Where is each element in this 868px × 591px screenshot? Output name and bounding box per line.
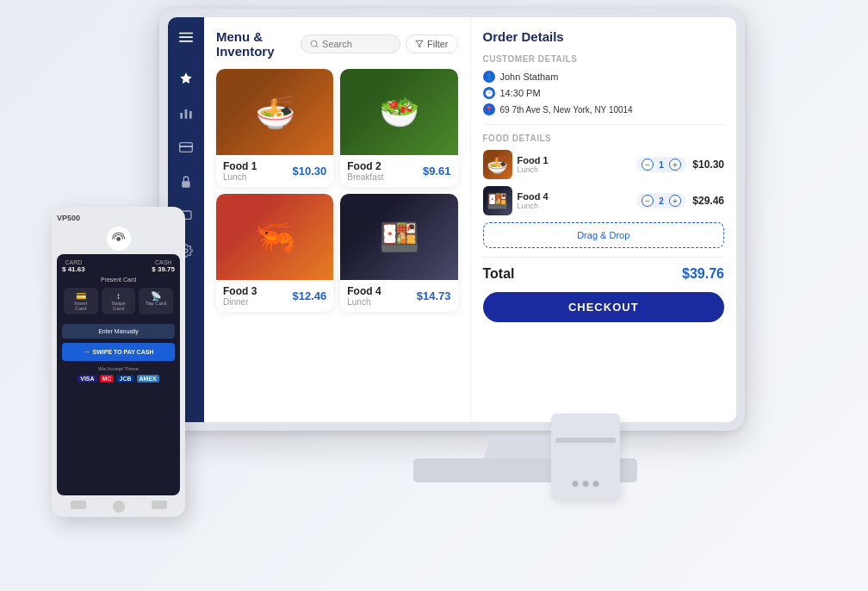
- food-category-1: Lunch: [223, 172, 257, 182]
- food-card-1[interactable]: 🍜 Food 1 Lunch $10.30: [216, 69, 333, 187]
- total-value: $39.76: [682, 266, 724, 282]
- enter-manually-button[interactable]: Enter Manually: [62, 324, 175, 339]
- food-card-2[interactable]: 🥗 Food 2 Breakfast $9.61: [340, 69, 457, 187]
- pos-cash-label: CASH: [152, 259, 175, 265]
- pos-insert-card[interactable]: 💳 Insert Card: [64, 288, 98, 314]
- qty-decrease-1[interactable]: −: [642, 159, 654, 171]
- pos-tap-card[interactable]: 📡 Tap Card: [139, 288, 173, 314]
- customer-location-icon: 📍: [483, 103, 495, 115]
- food-image-1: 🍜: [216, 69, 333, 155]
- customer-details-label: Customer Details: [483, 54, 725, 64]
- sidebar-hamburger-icon[interactable]: [177, 28, 195, 47]
- content-area: Menu & Inventory Filter: [204, 17, 736, 422]
- qty-value-2: 2: [656, 196, 666, 206]
- pos-nav-home[interactable]: [113, 501, 125, 513]
- svg-marker-11: [416, 40, 423, 47]
- svg-rect-1: [179, 36, 193, 38]
- monitor-screen-inner: Menu & Inventory Filter: [168, 17, 736, 422]
- jcb-logo: JCB: [116, 375, 133, 383]
- tap-card-label: Tap Card: [144, 301, 168, 306]
- drag-drop-area[interactable]: Drag & Drop: [483, 222, 725, 248]
- svg-rect-5: [189, 111, 192, 119]
- sidebar-card-icon[interactable]: [177, 138, 195, 157]
- order-item-cat-1: Lunch: [518, 165, 632, 174]
- svg-rect-3: [180, 113, 183, 119]
- checkout-button[interactable]: CHECKOUT: [483, 292, 725, 322]
- filter-button[interactable]: Filter: [406, 34, 457, 53]
- mastercard-logo: MC: [100, 375, 115, 383]
- pos-nav-back[interactable]: [71, 501, 86, 509]
- food-name-3: Food 3: [223, 285, 257, 297]
- food-card-info-2: Food 2 Breakfast $9.61: [340, 155, 457, 187]
- pos-screen: CARD $ 41.63 CASH $ 39.75 Present Card 💳…: [57, 254, 180, 495]
- divider-2: [483, 257, 725, 258]
- food-image-4: 🍱: [340, 194, 457, 280]
- food-card-info-3: Food 3 Dinner $12.46: [216, 280, 333, 312]
- food-card-info-1: Food 1 Lunch $10.30: [216, 155, 333, 187]
- svg-point-10: [311, 40, 317, 47]
- food-image-2: 🥗: [340, 69, 457, 155]
- monitor-screen-outer: Menu & Inventory Filter: [159, 9, 745, 431]
- order-item-name-2: Food 4: [518, 191, 632, 202]
- svg-rect-2: [179, 40, 193, 42]
- menu-header: Menu & Inventory Filter: [216, 29, 458, 59]
- insert-card-icon: 💳: [69, 291, 93, 301]
- pos-cash-amount: $ 39.75: [152, 265, 175, 273]
- search-bar[interactable]: [301, 34, 400, 53]
- pos-payment-logos: VISA MC JCB AMEX: [62, 375, 175, 383]
- sidebar-star-icon[interactable]: [177, 69, 195, 88]
- menu-section: Menu & Inventory Filter: [204, 17, 471, 422]
- svg-rect-4: [185, 109, 188, 119]
- food-card-4[interactable]: 🍱 Food 4 Lunch $14.73: [340, 194, 457, 312]
- qty-increase-2[interactable]: +: [669, 195, 681, 207]
- pos-swipe-card[interactable]: ↕ Swipe Card: [102, 288, 136, 314]
- food-image-3: 🦐: [216, 194, 333, 280]
- dot-3: [593, 481, 599, 487]
- customer-time-row: 🕐 14:30 PM: [483, 87, 725, 99]
- pos-nav-recent[interactable]: [152, 501, 167, 509]
- pos-nfc-icon: [107, 227, 131, 251]
- swipe-card-label: Swipe Card: [107, 301, 131, 311]
- food-price-4: $14.73: [417, 289, 451, 302]
- swipe-to-pay-button[interactable]: → SWIPE TO PAY CASH: [62, 343, 175, 361]
- svg-rect-8: [182, 181, 189, 187]
- order-item-image-2: 🍱: [483, 186, 512, 215]
- customer-time: 14:30 PM: [500, 88, 541, 98]
- food-price-3: $12.46: [292, 289, 326, 302]
- food-price-2: $9.61: [423, 165, 451, 177]
- qty-control-1: − 1 +: [636, 157, 686, 172]
- svg-rect-0: [179, 33, 193, 34]
- pos-card-icons: 💳 Insert Card ↕ Swipe Card 📡 Tap Card: [62, 288, 175, 314]
- order-item-price-2: $29.46: [691, 195, 724, 207]
- order-item-image-1: 🍜: [483, 150, 512, 179]
- customer-address-row: 📍 69 7th Ave S, New York, NY 10014: [483, 103, 725, 115]
- food-card-3[interactable]: 🦐 Food 3 Dinner $12.46: [216, 194, 333, 312]
- order-section: Order Details Customer Details 👤 John St…: [471, 17, 737, 422]
- pos-card-label: CARD: [62, 259, 85, 265]
- visa-logo: VISA: [78, 375, 96, 383]
- total-row: Total $39.76: [483, 266, 725, 282]
- food-name-2: Food 2: [347, 160, 383, 172]
- qty-decrease-2[interactable]: −: [642, 195, 654, 207]
- pos-label: VP500: [57, 214, 80, 222]
- customer-person-icon: 👤: [483, 71, 495, 83]
- food-name-4: Food 4: [347, 285, 381, 297]
- tap-card-icon: 📡: [144, 291, 168, 301]
- sidebar-lock-icon[interactable]: [177, 172, 195, 191]
- qty-value-1: 1: [656, 160, 666, 170]
- menu-title: Menu & Inventory: [216, 29, 301, 59]
- pos-accept-text: We Accept These: [62, 366, 175, 371]
- food-category-3: Dinner: [223, 297, 257, 307]
- qty-control-2: − 2 +: [636, 193, 686, 208]
- qty-increase-1[interactable]: +: [669, 159, 681, 171]
- order-item-price-1: $10.30: [691, 159, 724, 171]
- sidebar-chart-icon[interactable]: [177, 103, 195, 122]
- receipt-printer-slot: [555, 438, 616, 443]
- swipe-card-icon: ↕: [107, 291, 131, 301]
- food-details-label: Food Details: [483, 134, 725, 143]
- receipt-printer: [551, 414, 620, 500]
- total-label: Total: [483, 266, 515, 282]
- svg-rect-7: [180, 146, 193, 147]
- search-input[interactable]: [322, 39, 391, 49]
- pos-nav-bar: [57, 501, 180, 513]
